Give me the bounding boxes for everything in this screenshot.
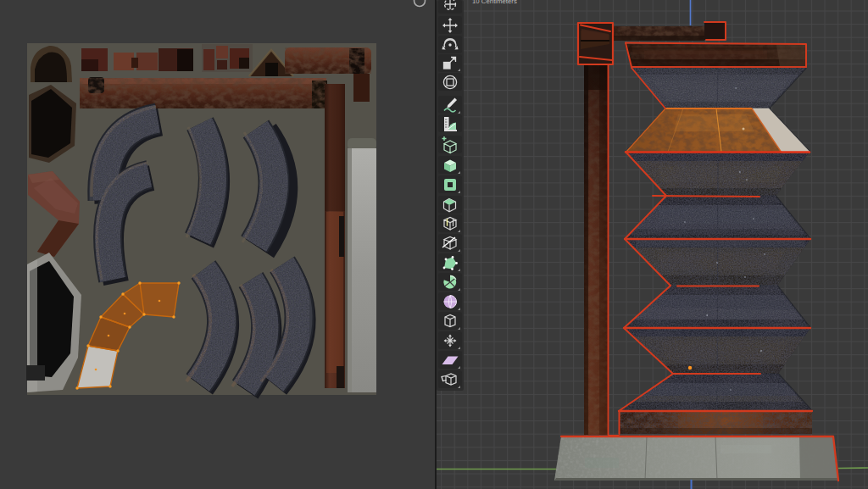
svg-text:10 Centimeters: 10 Centimeters: [472, 0, 517, 5]
